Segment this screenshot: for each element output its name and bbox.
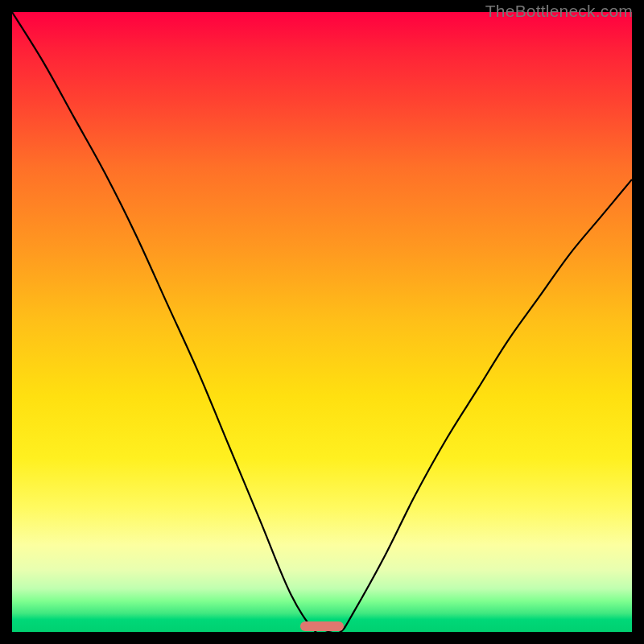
optimal-range-marker — [300, 621, 344, 631]
watermark-text: TheBottleneck.com — [485, 2, 633, 21]
chart-plot-area — [12, 12, 632, 632]
bottleneck-curve — [12, 12, 632, 632]
